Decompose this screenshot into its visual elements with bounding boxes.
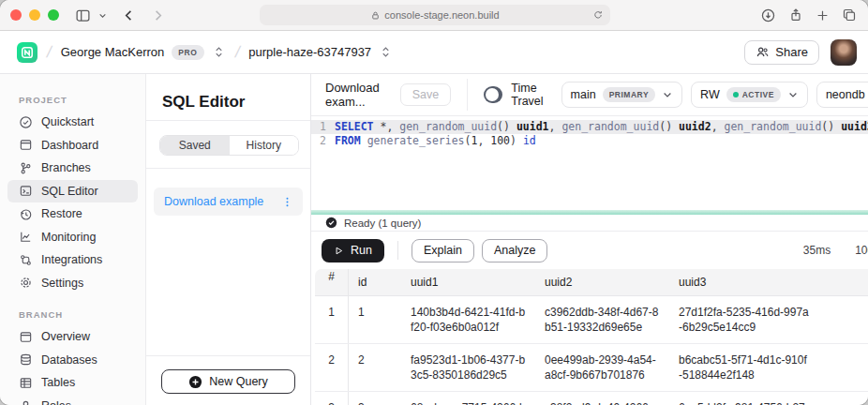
app-header: / George MacKerron PRO / purple-haze-637… <box>0 31 868 74</box>
back-icon[interactable] <box>119 6 139 25</box>
window-icon <box>19 330 33 344</box>
branch-selector[interactable]: main PRIMARY <box>561 82 682 108</box>
chevron-down-icon <box>787 89 799 100</box>
queries-panel: SQL Editor Saved History Download exampl… <box>146 74 311 405</box>
reload-icon[interactable] <box>592 9 604 21</box>
new-tab-icon[interactable] <box>816 8 830 22</box>
save-button[interactable]: Save <box>400 83 452 106</box>
breadcrumb-divider: / <box>231 43 243 62</box>
column-header-uuid1[interactable]: uuid1 <box>411 275 545 290</box>
status-text: Ready (1 query) <box>344 218 421 229</box>
safari-window: console-stage.neon.build / George M <box>0 0 868 405</box>
branch-name: main <box>571 88 596 101</box>
sidebar-item-label: Dashboard <box>41 139 98 152</box>
play-icon <box>334 246 344 256</box>
pro-badge: PRO <box>172 45 203 60</box>
code-line[interactable]: 1SELECT *, gen_random_uuid() uuid1, gen_… <box>311 120 868 134</box>
forward-icon[interactable] <box>148 6 168 25</box>
database-selector[interactable]: neondb <box>816 82 868 108</box>
sidebar-item-branches[interactable]: Branches <box>7 157 138 180</box>
table-cell: 6ee5dd2f-c981-4756-b277-0784be729d90 <box>679 392 829 405</box>
org-switcher-icon[interactable] <box>212 45 226 59</box>
chevron-down-icon[interactable] <box>96 8 110 22</box>
sidebar-item-label: Restore <box>41 207 82 220</box>
code-line[interactable]: 2FROM generate_series(1, 100) id <box>311 134 868 148</box>
explain-button[interactable]: Explain <box>412 239 474 262</box>
ready-check-icon <box>325 217 337 229</box>
branch-icon <box>19 161 33 175</box>
sidebar-item-databases[interactable]: Databases <box>7 349 138 372</box>
editor-main: Download exam... Save Time Travel main P… <box>311 74 868 405</box>
tab-saved[interactable]: Saved <box>160 136 230 155</box>
kebab-menu-icon[interactable] <box>281 196 293 208</box>
sidebar-item-monitoring[interactable]: Monitoring <box>7 226 138 249</box>
table-cell: 2 <box>315 344 349 391</box>
sql-code-editor[interactable]: 1SELECT *, gen_random_uuid() uuid1, gen_… <box>311 116 868 210</box>
sidebar-item-integrations[interactable]: Integrations <box>7 248 138 272</box>
neon-logo[interactable] <box>17 42 37 63</box>
column-header-uuid2[interactable]: uuid2 <box>545 275 679 290</box>
sidebar-item-quickstart[interactable]: Quickstart <box>7 111 138 134</box>
saved-query-item[interactable]: Download example <box>154 188 303 216</box>
editor-toolbar: Download exam... Save Time Travel main P… <box>311 74 868 116</box>
downloads-icon[interactable] <box>760 8 776 23</box>
sidebar-item-tables[interactable]: Tables <box>7 371 138 395</box>
compute-name: RW <box>700 88 720 101</box>
sidebar-item-restore[interactable]: Restore <box>7 202 138 226</box>
sidebar-item-dashboard[interactable]: Dashboard <box>7 134 138 158</box>
run-button[interactable]: Run <box>322 239 384 262</box>
column-header-id[interactable]: id <box>349 275 411 290</box>
address-bar[interactable]: console-stage.neon.build <box>260 5 610 25</box>
chevron-down-icon <box>662 89 673 100</box>
user-avatar[interactable] <box>831 39 857 66</box>
tab-overview-icon[interactable] <box>842 8 857 22</box>
table-row[interactable]: 11140b3b4d-6421-41fd-bf20-f03e6b0a012fc3… <box>315 296 868 344</box>
run-label: Run <box>351 244 372 257</box>
sidebar-item-label: Roles <box>41 399 71 405</box>
time-travel-toggle[interactable] <box>484 86 503 103</box>
table-row[interactable]: 22fa9523d1-1b06-4377-b3c5-8350186d29c50e… <box>315 344 868 392</box>
table-cell: c38f2ad9-de40-4266-a918-ae947c732ed0 <box>545 392 679 405</box>
primary-badge: PRIMARY <box>603 87 655 102</box>
close-window-button[interactable] <box>10 9 22 21</box>
org-name[interactable]: George MacKerron <box>61 45 165 59</box>
sidebar-item-roles[interactable]: Roles <box>7 395 138 405</box>
database-name: neondb <box>826 88 865 101</box>
integrations-icon <box>19 253 33 267</box>
saved-query-label[interactable]: Download example <box>164 195 263 208</box>
project-switcher-icon[interactable] <box>379 45 393 59</box>
table-row[interactable]: 3368ccbcca-7715-4266-b6c5-9f7a14ea6e5ec3… <box>315 392 868 405</box>
sidebar-item-label: Databases <box>41 353 97 367</box>
new-query-button[interactable]: New Query <box>161 369 295 394</box>
compute-selector[interactable]: RW ACTIVE <box>691 82 808 108</box>
traffic-lights[interactable] <box>10 9 59 21</box>
sidebar-item-sql-editor[interactable]: SQL Editor <box>7 180 138 203</box>
zoom-window-button[interactable] <box>48 9 59 21</box>
query-status-bar: Ready (1 query) <box>311 215 868 232</box>
share-page-icon[interactable] <box>788 8 803 22</box>
minimize-window-button[interactable] <box>29 9 40 21</box>
column-header-num[interactable]: # <box>315 269 349 295</box>
active-badge: ACTIVE <box>726 87 781 102</box>
sidebar-item-label: Branches <box>41 161 91 174</box>
sidebar-item-settings[interactable]: Settings <box>7 272 138 295</box>
sidebar-item-label: Monitoring <box>41 231 96 244</box>
table-cell: 3 <box>349 392 411 405</box>
table-cell: 0ee499ab-2939-4a54-a8cf-9b667b701876 <box>545 344 679 391</box>
saved-history-tabs: Saved History <box>159 135 299 156</box>
share-button[interactable]: Share <box>744 40 819 65</box>
roles-icon <box>19 398 33 405</box>
sidebar-item-label: SQL Editor <box>41 185 98 198</box>
sidebar-item-overview[interactable]: Overview <box>7 325 138 349</box>
url-text: console-stage.neon.build <box>384 9 499 21</box>
sidebar-toggle-icon[interactable] <box>72 5 94 26</box>
time-travel-label: Time Travel <box>511 82 548 108</box>
sidebar-section-label: BRANCH <box>0 309 145 325</box>
tab-history[interactable]: History <box>230 136 299 155</box>
column-header-uuid3[interactable]: uuid3 <box>679 275 829 290</box>
table-cell: 3 <box>315 392 349 405</box>
analyze-button[interactable]: Analyze <box>482 239 547 262</box>
table-cell: 1 <box>315 296 349 343</box>
project-name[interactable]: purple-haze-63747937 <box>248 45 371 59</box>
monitor-icon <box>19 230 33 244</box>
